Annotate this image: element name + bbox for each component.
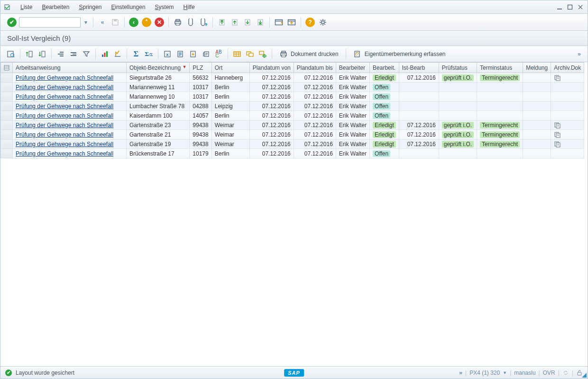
instruction-link[interactable]: Prüfung der Gehwege nach Schneefall [16, 150, 113, 157]
archive-doc-icon[interactable] [554, 122, 581, 129]
col-plz[interactable]: PLZ [190, 63, 211, 73]
instruction-link[interactable]: Prüfung der Gehwege nach Schneefall [16, 74, 113, 81]
window-close-icon[interactable] [576, 3, 585, 11]
create-shortcut-button[interactable] [286, 17, 297, 28]
instruction-link[interactable]: Prüfung der Gehwege nach Schneefall [16, 141, 113, 148]
mail-button[interactable] [200, 48, 211, 60]
abc-analysis-button[interactable]: ABC [213, 48, 224, 60]
new-session-button[interactable] [273, 17, 285, 28]
row-selector[interactable] [1, 130, 13, 139]
table-row[interactable]: Prüfung der Gehwege nach SchneefallGarte… [1, 139, 584, 149]
menu-hilfe[interactable]: Hilfe [179, 2, 200, 12]
table-row[interactable]: Prüfung der Gehwege nach SchneefallGarte… [1, 130, 584, 139]
archive-doc-icon[interactable] [554, 141, 581, 148]
next-page-button[interactable] [242, 17, 253, 28]
table-row[interactable]: Prüfung der Gehwege nach SchneefallLumba… [1, 102, 584, 111]
sum-button[interactable]: Σ [130, 48, 142, 60]
exit-circle-button[interactable]: ˄ [141, 17, 152, 28]
graphic-button[interactable] [99, 48, 110, 60]
customize-layout-button[interactable] [317, 17, 329, 28]
archive-doc-icon[interactable] [554, 131, 581, 138]
window-minimize-icon[interactable] [555, 3, 564, 11]
export-local-button[interactable] [187, 48, 199, 60]
archive-doc-icon[interactable] [554, 74, 581, 81]
menu-springen[interactable]: Springen [74, 2, 106, 12]
table-row[interactable]: Prüfung der Gehwege nach SchneefallMaria… [1, 92, 584, 102]
help-button[interactable]: ? [304, 17, 316, 28]
row-selector[interactable] [1, 83, 13, 92]
instruction-link[interactable]: Prüfung der Gehwege nach Schneefall [16, 131, 113, 138]
filter-button[interactable] [81, 48, 92, 60]
command-history-dropdown[interactable]: ▾ [82, 17, 90, 28]
save-button[interactable] [110, 17, 121, 28]
print-button[interactable] [172, 17, 184, 28]
instruction-link[interactable]: Prüfung der Gehwege nach Schneefall [16, 112, 113, 119]
change-layout-button[interactable] [244, 48, 256, 60]
export-word-button[interactable] [175, 48, 186, 60]
cell-meldung [523, 120, 551, 130]
row-selector[interactable] [1, 139, 13, 149]
last-page-button[interactable] [255, 17, 266, 28]
enter-button[interactable]: ✔ [6, 17, 18, 28]
save-layout-button[interactable] [257, 48, 268, 60]
find-button[interactable] [185, 17, 196, 28]
prev-page-button[interactable] [229, 17, 240, 28]
menu-liste[interactable]: Liste [16, 2, 37, 12]
back-button[interactable]: « [97, 17, 108, 28]
status-system[interactable]: PX4 (1) 320 [469, 370, 500, 376]
col-ort[interactable]: Ort [211, 63, 249, 73]
col-pdvon[interactable]: Plandatum von [249, 63, 294, 73]
app-menu-icon[interactable] [3, 3, 11, 11]
sort-desc-button[interactable] [37, 48, 48, 60]
select-layout-button[interactable] [231, 48, 243, 60]
row-selector[interactable] [1, 120, 13, 130]
print-document-button[interactable]: Dokument drucken [276, 49, 342, 59]
export-excel-button[interactable]: x [162, 48, 173, 60]
window-restore-icon[interactable] [566, 3, 574, 11]
menu-bearbeiten[interactable]: Bearbeiten [37, 2, 74, 12]
row-selector[interactable] [1, 111, 13, 120]
details-button[interactable] [5, 48, 17, 60]
menu-system[interactable]: System [150, 2, 179, 12]
col-istbearb[interactable]: Ist-Bearb [399, 63, 439, 73]
col-objekt[interactable]: Objekt-Bezeichnung ▼ [127, 63, 190, 73]
col-bearbeit[interactable]: Bearbeit. [370, 63, 399, 73]
instruction-link[interactable]: Prüfung der Gehwege nach Schneefall [16, 93, 113, 100]
instruction-link[interactable]: Prüfung der Gehwege nach Schneefall [16, 122, 113, 129]
find-next-button[interactable] [198, 17, 209, 28]
table-row[interactable]: Prüfung der Gehwege nach SchneefallGarte… [1, 120, 584, 130]
status-overflow-icon[interactable]: » [459, 370, 462, 376]
col-pruef[interactable]: Prüfstatus [439, 63, 477, 73]
table-row[interactable]: Prüfung der Gehwege nach SchneefallBrück… [1, 149, 584, 158]
menu-einstellungen[interactable]: Einstellungen [106, 2, 150, 12]
instruction-link[interactable]: Prüfung der Gehwege nach Schneefall [16, 103, 113, 110]
col-arbeitsanw[interactable]: Arbeitsanweisung [13, 63, 127, 73]
command-field[interactable] [19, 17, 81, 28]
layout-button[interactable] [112, 48, 123, 60]
subtotal-button[interactable] [68, 48, 79, 60]
sort-asc-button[interactable] [24, 48, 35, 60]
owner-note-button[interactable]: Eigentümerbemerkung erfassen [349, 49, 450, 59]
row-selector[interactable] [1, 149, 13, 158]
row-selector[interactable] [1, 92, 13, 102]
col-termin[interactable]: Terminstatus [477, 63, 523, 73]
col-meldung[interactable]: Meldung [523, 63, 551, 73]
resize-grip-icon[interactable] [582, 373, 587, 378]
col-archiv[interactable]: Archiv.Dok [551, 63, 584, 73]
col-pdbis[interactable]: Plandatum bis [294, 63, 336, 73]
back-circle-button[interactable]: ‹ [128, 17, 139, 28]
status-sync-icon[interactable] [562, 370, 569, 376]
col-bearbeiter[interactable]: Bearbeiter [336, 63, 369, 73]
total-button[interactable] [55, 48, 66, 60]
table-row[interactable]: Prüfung der Gehwege nach SchneefallMaria… [1, 83, 584, 92]
cancel-circle-button[interactable]: ✕ [154, 17, 165, 28]
subsum-button[interactable]: Σ/Σ [143, 48, 155, 60]
table-row[interactable]: Prüfung der Gehwege nach SchneefallKaise… [1, 111, 584, 120]
row-selector[interactable] [1, 102, 13, 111]
row-selector[interactable] [1, 73, 13, 83]
table-row[interactable]: Prüfung der Gehwege nach SchneefallSiegu… [1, 73, 584, 83]
select-all-header[interactable] [1, 63, 13, 73]
first-page-button[interactable] [216, 17, 228, 28]
toolbar-overflow-icon[interactable]: » [576, 51, 583, 57]
instruction-link[interactable]: Prüfung der Gehwege nach Schneefall [16, 84, 113, 91]
